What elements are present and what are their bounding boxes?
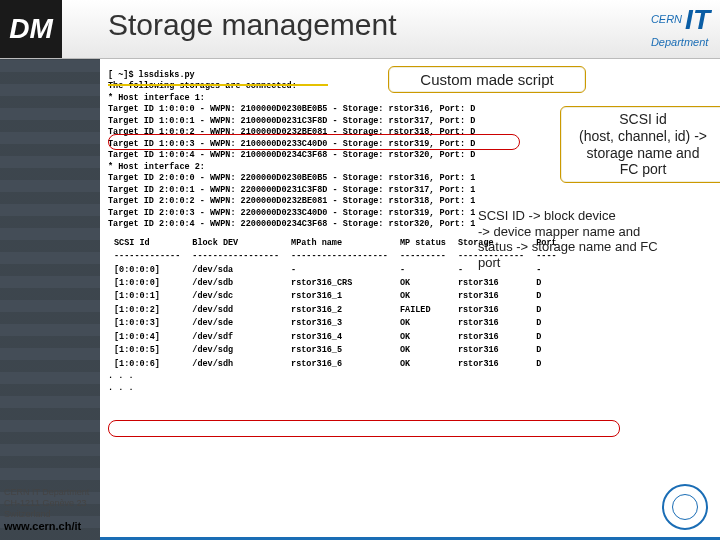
footer-line: Switzerland xyxy=(4,509,89,520)
td: [1:0:0:2] xyxy=(108,304,186,317)
td: /dev/sdd xyxy=(186,304,285,317)
td: OK xyxy=(394,358,452,371)
table-row: [1:0:0:4]/dev/sdfrstor316_4OKrstor316D xyxy=(108,331,563,344)
td: /dev/sdf xyxy=(186,331,285,344)
callout-script: Custom made script xyxy=(388,66,586,93)
it-text: IT xyxy=(685,4,710,36)
td: /dev/sdg xyxy=(186,344,285,357)
td: rstor316_3 xyxy=(285,317,394,330)
dots: . . . xyxy=(108,383,710,394)
cern-it-logo: CERN IT Department xyxy=(651,4,710,48)
td: /dev/sde xyxy=(186,317,285,330)
td: D xyxy=(530,358,562,371)
footer-line: CH-1211 Genève 23 xyxy=(4,498,89,509)
highlight-table-row xyxy=(108,420,620,437)
td: - xyxy=(394,264,452,277)
th: Block DEV xyxy=(186,237,285,250)
target-row: Target ID 2:0:0:1 - WWPN: 2200000D0231C3… xyxy=(108,185,710,196)
td: rstor316 xyxy=(452,290,530,303)
td: rstor316 xyxy=(452,304,530,317)
td: D xyxy=(530,331,562,344)
highlight-target-row xyxy=(108,134,520,150)
td: ----------------- xyxy=(186,250,285,263)
td: D xyxy=(530,290,562,303)
cern-text: CERN xyxy=(651,13,682,25)
page-title: Storage management xyxy=(108,8,397,42)
td: D xyxy=(530,317,562,330)
dept-text: Department xyxy=(651,36,708,48)
td: rstor316_2 xyxy=(285,304,394,317)
th: SCSI Id xyxy=(108,237,186,250)
callout-map: SCSI ID -> block device -> device mapper… xyxy=(478,208,708,270)
td: [0:0:0:0] xyxy=(108,264,186,277)
td: FAILED xyxy=(394,304,452,317)
td: --------- xyxy=(394,250,452,263)
td: - xyxy=(285,264,394,277)
td: [1:0:0:3] xyxy=(108,317,186,330)
td: [1:0:0:1] xyxy=(108,290,186,303)
td: [1:0:0:4] xyxy=(108,331,186,344)
td: rstor316 xyxy=(452,277,530,290)
table-row: [1:0:0:3]/dev/sderstor316_3OKrstor316D xyxy=(108,317,563,330)
sidebar-image xyxy=(0,0,100,540)
td: OK xyxy=(394,290,452,303)
td: D xyxy=(530,304,562,317)
td: OK xyxy=(394,331,452,344)
underline-icon xyxy=(108,84,328,86)
td: rstor316 xyxy=(452,344,530,357)
td: rstor316 xyxy=(452,317,530,330)
td: D xyxy=(530,344,562,357)
table-row: [1:0:0:5]/dev/sdgrstor316_5OKrstor316D xyxy=(108,344,563,357)
td: rstor316 xyxy=(452,358,530,371)
td: /dev/sdc xyxy=(186,290,285,303)
td: /dev/sdb xyxy=(186,277,285,290)
td: ------------------- xyxy=(285,250,394,263)
td: [1:0:0:6] xyxy=(108,358,186,371)
td: ------------- xyxy=(108,250,186,263)
td: rstor316 xyxy=(452,331,530,344)
td: rstor316_5 xyxy=(285,344,394,357)
td: rstor316_1 xyxy=(285,290,394,303)
table-row: [1:0:0:2]/dev/sddrstor316_2FAILEDrstor31… xyxy=(108,304,563,317)
td: OK xyxy=(394,317,452,330)
slide: DM Storage management CERN IT Department… xyxy=(0,0,720,540)
target-row: Target ID 2:0:0:2 - WWPN: 2200000D0232BE… xyxy=(108,196,710,207)
td: /dev/sda xyxy=(186,264,285,277)
td: D xyxy=(530,277,562,290)
footer-line: CERN IT Department xyxy=(4,487,89,498)
td: [1:0:0:0] xyxy=(108,277,186,290)
td: /dev/sdh xyxy=(186,358,285,371)
table-row: [1:0:0:1]/dev/sdcrstor316_1OKrstor316D xyxy=(108,290,563,303)
callout-scsi: SCSI id (host, channel, id) -> storage n… xyxy=(560,106,720,183)
td: OK xyxy=(394,344,452,357)
cern-logo-icon xyxy=(662,484,708,530)
td: OK xyxy=(394,277,452,290)
dots: . . . xyxy=(108,371,710,382)
td: rstor316_4 xyxy=(285,331,394,344)
th: MPath name xyxy=(285,237,394,250)
footer: CERN IT Department CH-1211 Genève 23 Swi… xyxy=(4,487,89,535)
iface1-line: * Host interface 1: xyxy=(108,93,710,104)
th: MP status xyxy=(394,237,452,250)
header: DM Storage management CERN IT Department xyxy=(0,0,720,59)
td: rstor316_CRS xyxy=(285,277,394,290)
td: [1:0:0:5] xyxy=(108,344,186,357)
table-row: [1:0:0:6]/dev/sdhrstor316_6OKrstor316D xyxy=(108,358,563,371)
table-row: [1:0:0:0]/dev/sdbrstor316_CRSOKrstor316D xyxy=(108,277,563,290)
td: rstor316_6 xyxy=(285,358,394,371)
dm-badge: DM xyxy=(0,0,62,58)
footer-link[interactable]: www.cern.ch/it xyxy=(4,520,89,534)
